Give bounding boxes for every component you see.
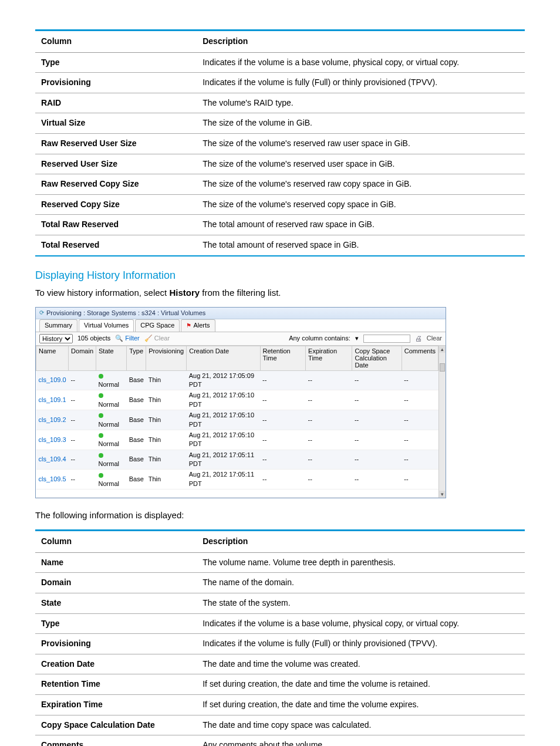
column-name: State: [35, 593, 197, 614]
column-desc: The volume's RAID type.: [197, 93, 525, 113]
column-name: Reserved User Size: [35, 154, 197, 174]
column-desc: The state of the system.: [197, 593, 525, 614]
column-desc: Any comments about the volume.: [197, 735, 525, 746]
grid-header[interactable]: Expiration Time: [306, 346, 352, 370]
column-desc: Indicates if the volume is fully (Full) …: [197, 634, 525, 654]
column-desc: The total amount of reserved raw space i…: [197, 215, 525, 235]
window-title: Provisioning : Storage Systems : s324 : …: [46, 309, 205, 318]
grid-header[interactable]: Domain: [69, 346, 96, 370]
grid-header[interactable]: Name: [36, 346, 69, 370]
refresh-icon[interactable]: ⟳: [39, 309, 44, 317]
column-name: Total Raw Reserved: [35, 215, 197, 235]
grid-header[interactable]: Retention Time: [260, 346, 306, 370]
column-name: Reserved Copy Size: [35, 194, 197, 215]
any-column-label: Any column contains:: [289, 334, 350, 343]
volume-name-link[interactable]: cls_109.0: [39, 376, 66, 383]
column-name: Creation Date: [35, 654, 197, 674]
volume-name-link[interactable]: cls_109.5: [39, 475, 66, 482]
column-name: Virtual Size: [35, 113, 197, 134]
grid-row[interactable]: cls_109.3--NormalBaseThinAug 21, 2012 17…: [36, 430, 438, 450]
scroll-thumb[interactable]: [440, 363, 445, 372]
print-icon[interactable]: 🖨: [415, 334, 422, 344]
tab-bar: Summary Virtual Volumes CPG Space ⚑Alert…: [36, 319, 446, 332]
grid-header[interactable]: Creation Date: [187, 346, 260, 370]
grid-row[interactable]: cls_109.0--NormalBaseThinAug 21, 2012 17…: [36, 370, 438, 390]
column-name: Comments: [35, 735, 197, 746]
th-description: Description: [197, 31, 525, 53]
grid-header[interactable]: Provisioning: [146, 346, 187, 370]
column-desc: If set during creation, the date and tim…: [197, 674, 525, 695]
grid-header[interactable]: Type: [127, 346, 146, 370]
column-name: Retention Time: [35, 674, 197, 695]
volume-name-link[interactable]: cls_109.4: [39, 455, 66, 463]
column-desc: Indicates if the volume is a base volume…: [197, 613, 525, 634]
column-description-table-2: Column Description NameThe volume name. …: [35, 529, 525, 746]
search-input[interactable]: [363, 335, 410, 343]
column-name: Expiration Time: [35, 695, 197, 715]
tab-alerts[interactable]: ⚑Alerts: [181, 319, 215, 331]
status-dot-icon: [99, 433, 103, 438]
column-name: Domain: [35, 573, 197, 593]
grid-wrapper: NameDomainStateTypeProvisioningCreation …: [36, 346, 446, 498]
th-column: Column: [35, 531, 197, 553]
grid-row[interactable]: cls_109.5--NormalBaseThinAug 21, 2012 17…: [36, 470, 438, 490]
grid-row[interactable]: cls_109.1--NormalBaseThinAug 21, 2012 17…: [36, 390, 438, 410]
tab-summary[interactable]: Summary: [39, 319, 77, 331]
history-heading: Displaying History Information: [35, 268, 525, 283]
following-info: The following information is displayed:: [35, 509, 525, 521]
scroll-up-icon[interactable]: ▴: [439, 346, 446, 353]
grid-header[interactable]: State: [96, 346, 127, 370]
column-name: RAID: [35, 93, 197, 113]
column-name: Raw Reserved Copy Size: [35, 174, 197, 195]
history-screenshot: ⟳ Provisioning : Storage Systems : s324 …: [35, 307, 446, 499]
window-title-bar: ⟳ Provisioning : Storage Systems : s324 …: [36, 308, 446, 319]
column-name: Total Reserved: [35, 235, 197, 255]
grid-row[interactable]: cls_109.2--NormalBaseThinAug 21, 2012 17…: [36, 410, 438, 430]
any-column-dropdown[interactable]: ▾: [355, 334, 359, 343]
history-grid: NameDomainStateTypeProvisioningCreation …: [36, 346, 438, 498]
status-dot-icon: [99, 473, 103, 478]
filter-dropdown[interactable]: History: [39, 334, 73, 343]
th-description: Description: [197, 531, 525, 553]
column-desc: Indicates if the volume is fully (Full) …: [197, 73, 525, 93]
tab-virtual-volumes[interactable]: Virtual Volumes: [79, 319, 134, 331]
column-name: Name: [35, 552, 197, 573]
column-desc: The size of the volume's reserved user s…: [197, 154, 525, 174]
scroll-down-icon[interactable]: ▾: [439, 491, 446, 498]
tab-cpg-space[interactable]: CPG Space: [135, 319, 180, 331]
column-name: Copy Space Calculation Date: [35, 715, 197, 735]
column-description-table-1: Column Description TypeIndicates if the …: [35, 29, 525, 256]
column-desc: The date and time the volume was created…: [197, 654, 525, 674]
column-desc: The name of the domain.: [197, 573, 525, 593]
grid-header[interactable]: Copy SpaceCalculation Date: [352, 346, 402, 370]
column-name: Raw Reserved User Size: [35, 133, 197, 154]
alert-flag-icon: ⚑: [186, 322, 191, 330]
column-desc: The date and time copy space was calcula…: [197, 715, 525, 735]
status-dot-icon: [99, 413, 103, 418]
grid-row[interactable]: cls_109.4--NormalBaseThinAug 21, 2012 17…: [36, 450, 438, 470]
grid-header[interactable]: Comments: [402, 346, 438, 370]
column-desc: If set during creation, the date and tim…: [197, 695, 525, 715]
volume-name-link[interactable]: cls_109.3: [39, 436, 66, 443]
th-column: Column: [35, 31, 197, 53]
volume-name-link[interactable]: cls_109.2: [39, 416, 66, 423]
column-desc: The size of the volume's reserved raw co…: [197, 174, 525, 195]
column-name: Provisioning: [35, 634, 197, 654]
column-desc: The size of the volume's reserved raw us…: [197, 133, 525, 154]
status-dot-icon: [99, 374, 103, 379]
column-desc: Indicates if the volume is a base volume…: [197, 52, 525, 73]
column-desc: The total amount of reserved space in Gi…: [197, 235, 525, 255]
column-name: Provisioning: [35, 73, 197, 93]
column-desc: The volume name. Volume tree depth in pa…: [197, 552, 525, 573]
scrollbar[interactable]: ▴ ▾: [438, 346, 446, 498]
clear-button[interactable]: Clear: [427, 334, 442, 343]
objects-count: 105 objects: [77, 334, 110, 343]
status-dot-icon: [99, 393, 103, 398]
column-name: Type: [35, 613, 197, 634]
filter-link[interactable]: 🔍 Filter: [115, 334, 140, 343]
volume-name-link[interactable]: cls_109.1: [39, 396, 66, 403]
history-intro: To view history information, select Hist…: [35, 286, 525, 299]
status-dot-icon: [99, 453, 103, 458]
clear-filter-link[interactable]: 🧹 Clear: [144, 334, 170, 343]
column-desc: The size of the volume in GiB.: [197, 113, 525, 134]
